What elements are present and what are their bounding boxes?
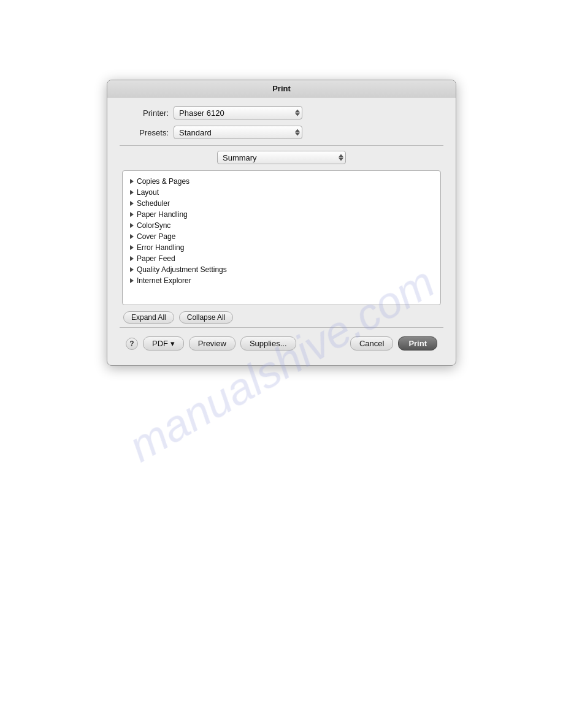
- help-button[interactable]: ?: [126, 338, 138, 350]
- triangle-icon: [130, 245, 134, 250]
- list-item-label: Error Handling: [137, 243, 184, 252]
- preview-button[interactable]: Preview: [189, 336, 236, 351]
- printer-label: Printer:: [120, 108, 169, 118]
- triangle-icon: [130, 179, 134, 184]
- printer-row: Printer: Phaser 6120: [120, 106, 443, 119]
- list-item[interactable]: Internet Explorer: [130, 275, 433, 286]
- summary-select[interactable]: Summary: [217, 151, 346, 164]
- presets-row: Presets: Standard: [120, 126, 443, 139]
- list-item[interactable]: Error Handling: [130, 242, 433, 253]
- presets-select[interactable]: Standard: [174, 126, 302, 139]
- supplies-button[interactable]: Supplies...: [240, 336, 296, 351]
- list-item-label: ColorSync: [137, 221, 170, 230]
- summary-row: Summary: [120, 151, 443, 164]
- printer-select[interactable]: Phaser 6120: [174, 106, 302, 119]
- printer-select-wrapper: Phaser 6120: [174, 106, 302, 119]
- list-item[interactable]: Scheduler: [130, 198, 433, 209]
- list-item-label: Scheduler: [137, 199, 170, 208]
- list-item-label: Layout: [137, 188, 159, 197]
- list-item-label: Quality Adjustment Settings: [137, 265, 227, 274]
- presets-select-wrapper: Standard: [174, 126, 302, 139]
- list-item[interactable]: Layout: [130, 187, 433, 198]
- list-item[interactable]: Copies & Pages: [130, 176, 433, 187]
- triangle-icon: [130, 190, 134, 195]
- dialog-body: Printer: Phaser 6120 Presets: Standard: [107, 97, 456, 365]
- settings-list: Copies & PagesLayoutSchedulerPaper Handl…: [122, 170, 441, 305]
- list-item[interactable]: Quality Adjustment Settings: [130, 264, 433, 275]
- collapse-all-button[interactable]: Collapse All: [179, 311, 234, 324]
- summary-select-wrapper: Summary: [217, 151, 346, 164]
- cancel-button[interactable]: Cancel: [350, 336, 393, 351]
- list-item-label: Internet Explorer: [137, 276, 191, 285]
- list-item-label: Copies & Pages: [137, 177, 190, 186]
- dialog-title: Print: [107, 80, 456, 97]
- separator-1: [120, 145, 443, 146]
- triangle-icon: [130, 278, 134, 283]
- triangle-icon: [130, 212, 134, 217]
- list-item-label: Paper Handling: [137, 210, 188, 219]
- expand-collapse-row: Expand All Collapse All: [123, 311, 443, 324]
- triangle-icon: [130, 201, 134, 206]
- triangle-icon: [130, 223, 134, 228]
- button-row: ? PDF ▾ Preview Supplies... Cancel Print: [120, 332, 443, 357]
- pdf-button[interactable]: PDF ▾: [143, 336, 184, 351]
- list-item[interactable]: ColorSync: [130, 220, 433, 231]
- title-text: Print: [272, 84, 291, 93]
- list-item-label: Cover Page: [137, 232, 175, 241]
- separator-2: [120, 327, 443, 328]
- triangle-icon: [130, 267, 134, 272]
- list-item[interactable]: Cover Page: [130, 231, 433, 242]
- triangle-icon: [130, 234, 134, 239]
- triangle-icon: [130, 256, 134, 261]
- list-item[interactable]: Paper Handling: [130, 209, 433, 220]
- list-item[interactable]: Paper Feed: [130, 253, 433, 264]
- expand-all-button[interactable]: Expand All: [123, 311, 174, 324]
- print-dialog: Print Printer: Phaser 6120 Presets: Stan…: [107, 80, 456, 366]
- print-button[interactable]: Print: [398, 336, 437, 351]
- list-item-label: Paper Feed: [137, 254, 175, 263]
- presets-label: Presets:: [120, 128, 169, 137]
